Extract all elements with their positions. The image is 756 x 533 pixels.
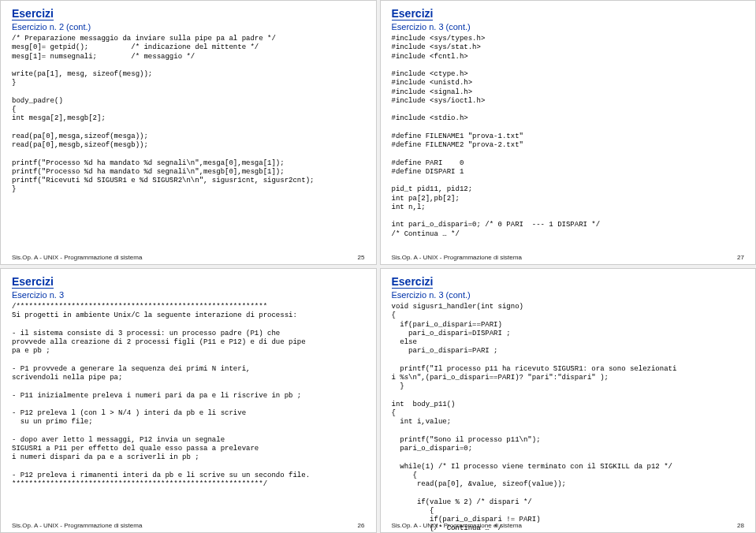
- slide-25: Esercizi Esercizio n. 2 (cont.) /* Prepa…: [0, 0, 377, 265]
- slide-27: Esercizi Esercizio n. 3 (cont.) #include…: [380, 0, 757, 265]
- page-number: 25: [358, 254, 365, 261]
- code-block: void sigusr1_handler(int signo) { if(par…: [392, 303, 745, 533]
- code-block: /***************************************…: [12, 303, 365, 489]
- slide-heading: Esercizi: [392, 275, 434, 289]
- slide-subtitle: Esercizio n. 3 (cont.): [392, 290, 745, 300]
- slide-footer: Sis.Op. A - UNIX - Programmazione di sis…: [12, 254, 365, 261]
- slide-26: Esercizi Esercizio n. 3 /***************…: [0, 268, 377, 533]
- slide-footer: Sis.Op. A - UNIX - Programmazione di sis…: [392, 522, 745, 529]
- slide-footer: Sis.Op. A - UNIX - Programmazione di sis…: [12, 522, 365, 529]
- slide-footer: Sis.Op. A - UNIX - Programmazione di sis…: [392, 254, 745, 261]
- code-block: #include <sys/types.h> #include <sys/sta…: [392, 35, 745, 239]
- slide-heading: Esercizi: [392, 7, 434, 20]
- page-number: 28: [737, 522, 744, 529]
- footer-text: Sis.Op. A - UNIX - Programmazione di sis…: [12, 254, 142, 261]
- page-number: 27: [737, 254, 744, 261]
- code-block: /* Preparazione messaggio da inviare sul…: [12, 35, 365, 195]
- slide-subtitle: Esercizio n. 3 (cont.): [392, 22, 745, 32]
- slide-heading: Esercizi: [12, 7, 54, 20]
- footer-text: Sis.Op. A - UNIX - Programmazione di sis…: [392, 254, 522, 261]
- slide-28: Esercizi Esercizio n. 3 (cont.) void sig…: [380, 268, 757, 533]
- page-number: 26: [358, 522, 365, 529]
- slide-heading: Esercizi: [12, 275, 54, 289]
- slide-subtitle: Esercizio n. 2 (cont.): [12, 22, 365, 32]
- slide-subtitle: Esercizio n. 3: [12, 290, 365, 300]
- footer-text: Sis.Op. A - UNIX - Programmazione di sis…: [12, 522, 142, 529]
- footer-text: Sis.Op. A - UNIX - Programmazione di sis…: [392, 522, 522, 529]
